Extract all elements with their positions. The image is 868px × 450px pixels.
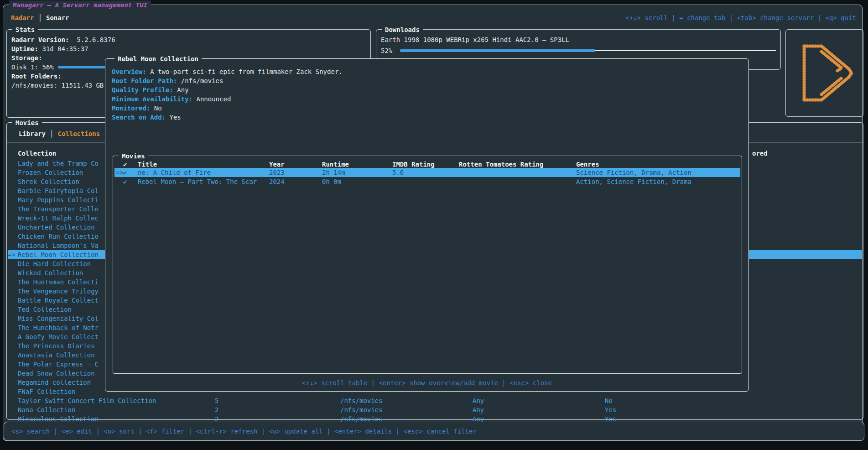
collection-root-folder: /nfs/movies bbox=[340, 396, 383, 405]
collection-list-item[interactable]: Chicken Run Collectio bbox=[18, 232, 99, 241]
modal-field: Minimum Availability: Announced bbox=[112, 94, 231, 104]
collection-list-item[interactable]: Lady and the Tramp Co bbox=[18, 159, 99, 168]
movies-tabs: Library│Collections│ bbox=[19, 129, 112, 138]
movie-title: ne: A Child of Fire bbox=[138, 168, 211, 177]
logo-panel bbox=[785, 29, 863, 117]
storage-label: Storage: bbox=[11, 53, 42, 63]
movie-year: 2023 bbox=[269, 168, 285, 177]
root-folders-label: Root Folders: bbox=[11, 72, 62, 81]
monitored-check-icon: ✔ bbox=[123, 168, 127, 177]
collection-flag: No bbox=[605, 396, 613, 405]
download-item-title: Earth 1998 1080p WEBRip x265 Hindi AAC2.… bbox=[381, 35, 569, 44]
root-folder-size: /nfs/movies: 11511.43 GB bbox=[11, 81, 104, 90]
collection-root-folder: /nfs/movies bbox=[340, 405, 383, 414]
stats-panel-title: Stats bbox=[12, 25, 38, 34]
movie-runtime: 2h 14m bbox=[322, 168, 345, 177]
tab-library[interactable]: Library bbox=[19, 130, 46, 137]
uptime-line: Uptime: 31d 04:35:37 bbox=[11, 44, 88, 53]
collection-list-item[interactable]: Wicked Collection bbox=[18, 268, 83, 277]
radarr-logo-icon bbox=[798, 39, 855, 107]
download-progress-bar bbox=[400, 46, 776, 55]
collection-list-item[interactable]: National Lampoon's Va bbox=[18, 241, 99, 250]
movie-imdb-rating: 5.6 bbox=[392, 168, 404, 177]
collection-name: Nana Collection bbox=[18, 405, 75, 414]
selection-arrow-icon: => bbox=[8, 250, 16, 259]
collection-quality-profile: Any bbox=[473, 405, 484, 414]
collection-list-item[interactable]: Battle Royale Collect bbox=[18, 296, 99, 305]
collection-movie-count: 5 bbox=[215, 396, 218, 405]
genres-column-header: Genres bbox=[576, 160, 599, 169]
modal-field: Quality Profile: Any bbox=[112, 85, 189, 94]
collection-list-item[interactable]: Ted Collection bbox=[18, 305, 72, 314]
selection-arrow-icon: => bbox=[116, 168, 124, 177]
collection-quality-profile: Any bbox=[473, 396, 484, 405]
collection-list-item[interactable]: Megamind collection bbox=[18, 378, 91, 387]
tab-radarr[interactable]: Radarr bbox=[11, 14, 34, 21]
rotten-column-header: Rotten Tomatoes Rating bbox=[459, 160, 543, 169]
app-title: Managarr – A Servarr management TUI bbox=[9, 0, 151, 10]
movie-year: 2024 bbox=[269, 177, 285, 186]
collection-list-item[interactable]: Dead Snow Collection bbox=[18, 369, 95, 378]
collection-list-item[interactable]: Mary Poppins Collecti bbox=[18, 195, 99, 204]
year-column-header: Year bbox=[269, 160, 285, 169]
collection-list-item[interactable]: Barbie Fairytopia Col bbox=[18, 186, 99, 195]
footer-bar: <s> search | <e> edit | <o> sort | <f> f… bbox=[4, 422, 864, 441]
collection-list-item[interactable]: The Vengeance Trilogy bbox=[18, 287, 99, 296]
header-keybinds: <↑↓> scroll | ↔ change tab | <tab> chang… bbox=[625, 13, 856, 22]
modal-field: Monitored: No bbox=[112, 104, 162, 113]
collection-list-item[interactable]: The Transporter Colle bbox=[18, 204, 99, 214]
header-divider bbox=[3, 24, 863, 24]
collection-list-item[interactable]: Uncharted Collection bbox=[18, 223, 95, 232]
radarr-version-line: Radarr Version: 5.2.6.8376 bbox=[11, 35, 115, 44]
collection-name: Taylor Swift Concert Film Collection bbox=[18, 396, 156, 405]
collection-list-item[interactable]: The Polar Express – C bbox=[18, 360, 99, 369]
title-column-header: Title bbox=[138, 160, 157, 169]
footer-keybinds: <s> search | <e> edit | <o> sort | <f> f… bbox=[11, 427, 477, 436]
collection-list-item[interactable]: Frozen Collection bbox=[18, 168, 83, 177]
collection-column-header: Collection bbox=[18, 149, 56, 158]
downloads-panel-title: Downloads bbox=[382, 25, 423, 34]
movie-title: Rebel Moon – Part Two: The Scar bbox=[138, 177, 257, 186]
download-progress-label: 52% bbox=[381, 46, 392, 55]
movie-genres: Action, Science Fiction, Drama bbox=[576, 177, 691, 186]
collection-list-item[interactable]: The Hunchback of Notr bbox=[18, 323, 99, 332]
collection-details-modal: Rebel Moon Collection Overview: A two-pa… bbox=[105, 58, 749, 392]
monitored-column-header-tail: ored bbox=[752, 149, 768, 158]
collection-flag: Yes bbox=[605, 405, 616, 414]
collection-name: Rebel Moon Collection bbox=[18, 250, 99, 259]
tab-separator: │ bbox=[46, 130, 57, 137]
collection-list-item[interactable]: Miss Congeniality Col bbox=[18, 314, 99, 323]
modal-field: Search on Add: Yes bbox=[112, 113, 181, 122]
modal-footer-keybinds: <↑↓> scroll table | <enter> show overvie… bbox=[105, 378, 748, 387]
servarr-tabs: Radarr│Sonarr bbox=[11, 13, 69, 22]
collection-list-item[interactable]: FNaF Collection bbox=[18, 387, 75, 396]
movies-panel-title: Movies bbox=[12, 118, 42, 127]
modal-field: Root Folder Path: /nfs/movies bbox=[112, 76, 223, 85]
tab-collections[interactable]: Collections bbox=[57, 130, 100, 137]
movie-runtime: 0h 0m bbox=[322, 177, 341, 186]
collection-list-item[interactable]: Shrek Collection bbox=[18, 177, 79, 186]
tab-sonarr[interactable]: Sonarr bbox=[46, 14, 69, 21]
monitored-check-column-header: ✔ bbox=[123, 160, 127, 169]
modal-title: Rebel Moon Collection bbox=[114, 54, 202, 63]
collection-list-item[interactable]: A Goofy Movie Collect bbox=[18, 332, 99, 341]
runtime-column-header: Runtime bbox=[322, 160, 349, 169]
modal-field: Overview: A two-part sci-fi epic from fi… bbox=[112, 67, 343, 76]
movie-genres: Science Fiction, Drama, Action bbox=[576, 168, 691, 177]
modal-movies-title: Movies bbox=[119, 152, 148, 161]
collection-list-item[interactable]: Wreck-It Ralph Collec bbox=[18, 214, 99, 223]
tab-separator: │ bbox=[34, 14, 46, 21]
imdb-column-header: IMDB Rating bbox=[392, 160, 435, 169]
collection-list-item[interactable]: The Huntsman Collecti bbox=[18, 277, 99, 287]
disk-usage-line: Disk 1: 56% bbox=[11, 63, 54, 72]
collection-list-item[interactable]: Anastasia Collection bbox=[18, 351, 95, 360]
collection-list-item[interactable]: Die Hard Collection bbox=[18, 259, 91, 268]
modal-movies-table-panel: Movies ✔ Title Year Runtime IMDB Rating … bbox=[113, 156, 742, 374]
monitored-check-icon: ✔ bbox=[123, 177, 127, 186]
collection-list-item[interactable]: The Princess Diaries bbox=[18, 341, 95, 351]
collection-movie-count: 2 bbox=[215, 405, 218, 414]
